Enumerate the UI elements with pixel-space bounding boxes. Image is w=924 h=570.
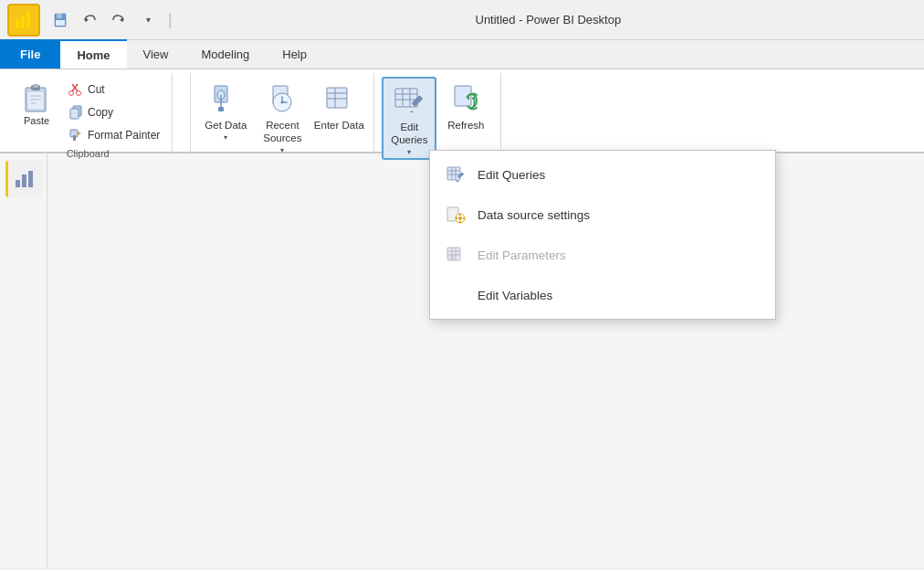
edit-queries-dropdown: Edit Queries Data source settings (429, 150, 776, 320)
svg-marker-23 (78, 132, 81, 135)
tab-modeling[interactable]: Modeling (184, 39, 266, 69)
qa-dropdown-button[interactable]: ▾ (135, 7, 161, 33)
cut-label: Cut (88, 83, 105, 96)
title-separator: | (168, 10, 173, 29)
spacer (173, 73, 191, 152)
svg-point-53 (458, 216, 462, 220)
svg-rect-55 (459, 221, 461, 223)
svg-rect-54 (459, 214, 461, 216)
dropdown-edit-queries-icon (445, 164, 467, 185)
clipboard-group: Paste Cut (4, 73, 173, 152)
recent-sources-arrow: ▾ (280, 146, 284, 154)
svg-rect-31 (327, 88, 347, 108)
svg-rect-56 (456, 217, 457, 219)
format-painter-label: Format Painter (88, 129, 160, 142)
dropdown-edit-queries[interactable]: Edit Queries (430, 154, 775, 195)
svg-rect-2 (26, 12, 30, 28)
quick-access-toolbar: ▾ (47, 7, 161, 33)
refresh-icon (447, 80, 484, 117)
svg-text:{x}: {x} (449, 254, 455, 259)
tab-help[interactable]: Help (266, 39, 323, 69)
ribbon-tabs: File Home View Modeling Help (0, 40, 924, 69)
cut-button[interactable]: Cut (64, 79, 164, 100)
svg-rect-4 (57, 14, 62, 18)
dropdown-data-source-settings[interactable]: Data source settings (430, 195, 775, 235)
svg-rect-64 (16, 180, 20, 187)
tab-file[interactable]: File (0, 39, 60, 69)
svg-point-17 (69, 91, 74, 96)
refresh-button[interactable]: Refresh (438, 77, 493, 146)
dropdown-edit-parameters[interactable]: {x} Edit Parameters (430, 235, 775, 275)
svg-rect-0 (16, 19, 19, 28)
svg-rect-20 (70, 109, 79, 119)
svg-rect-22 (73, 135, 76, 141)
svg-rect-27 (218, 107, 224, 111)
svg-rect-11 (27, 91, 44, 110)
enter-data-label: Enter Data (314, 120, 364, 132)
get-data-label: Get Data (205, 120, 247, 132)
ribbon-content: Paste Cut (0, 69, 924, 153)
tab-home[interactable]: Home (60, 39, 126, 69)
svg-rect-66 (28, 171, 33, 187)
paste-button[interactable]: Paste (11, 77, 62, 128)
svg-rect-10 (33, 84, 38, 88)
data-group: Get Data ▾ Recent Sources ▾ (191, 73, 374, 152)
dropdown-edit-params-icon: {x} (445, 244, 467, 266)
sidebar-chart-button[interactable] (5, 161, 42, 197)
recent-sources-label: Recent Sources (257, 120, 308, 145)
enter-data-icon (320, 80, 357, 117)
paste-label: Paste (24, 115, 49, 126)
data-label (198, 156, 366, 161)
queries-group-content: Edit Queries ▾ Refresh (382, 77, 493, 160)
edit-queries-label: Edit Queries (385, 121, 433, 147)
edit-queries-arrow: ▾ (407, 148, 411, 156)
dropdown-edit-variables[interactable]: Edit Variables (430, 275, 775, 315)
get-data-arrow: ▾ (224, 133, 227, 142)
svg-rect-57 (463, 217, 465, 219)
recent-sources-icon (264, 80, 300, 117)
save-button[interactable] (47, 7, 73, 33)
edit-queries-icon (391, 82, 427, 119)
svg-rect-65 (22, 174, 26, 187)
svg-marker-7 (120, 17, 123, 22)
redo-button[interactable] (106, 7, 131, 33)
dropdown-data-source-icon (445, 204, 467, 226)
svg-marker-6 (85, 17, 89, 22)
dropdown-edit-variables-icon (445, 284, 467, 306)
window-title: Untitled - Power BI Desktop (180, 13, 917, 26)
clipboard-label: Clipboard (11, 146, 164, 162)
svg-rect-1 (21, 16, 25, 28)
recent-sources-button[interactable]: Recent Sources ▾ (255, 77, 310, 156)
edit-queries-button[interactable]: Edit Queries ▾ (382, 77, 436, 160)
data-group-content: Get Data ▾ Recent Sources ▾ (198, 77, 366, 156)
svg-rect-5 (56, 20, 65, 26)
enter-data-button[interactable]: Enter Data (311, 77, 366, 146)
get-data-icon (207, 80, 244, 117)
svg-rect-44 (447, 167, 460, 180)
dropdown-edit-params-label: Edit Parameters (478, 248, 566, 262)
dropdown-data-source-label: Data source settings (478, 208, 590, 222)
clipboard-group-content: Paste Cut (11, 77, 164, 146)
copy-button[interactable]: Copy (64, 101, 164, 123)
svg-marker-41 (410, 111, 414, 112)
small-buttons: Cut Copy Format Painter (64, 77, 164, 146)
dropdown-edit-queries-label: Edit Queries (478, 168, 545, 182)
left-sidebar (0, 153, 47, 568)
svg-point-30 (281, 101, 284, 104)
queries-group: Edit Queries ▾ Refresh (374, 73, 501, 152)
tab-view[interactable]: View (127, 39, 185, 69)
format-painter-button[interactable]: Format Painter (64, 124, 164, 146)
dropdown-edit-variables-label: Edit Variables (478, 289, 552, 302)
title-bar: ▾ | Untitled - Power BI Desktop (0, 0, 924, 40)
svg-point-18 (77, 91, 81, 96)
undo-button[interactable] (77, 7, 102, 33)
get-data-button[interactable]: Get Data ▾ (198, 77, 253, 146)
app-icon (7, 4, 40, 37)
refresh-label: Refresh (447, 120, 484, 132)
copy-label: Copy (88, 106, 113, 119)
